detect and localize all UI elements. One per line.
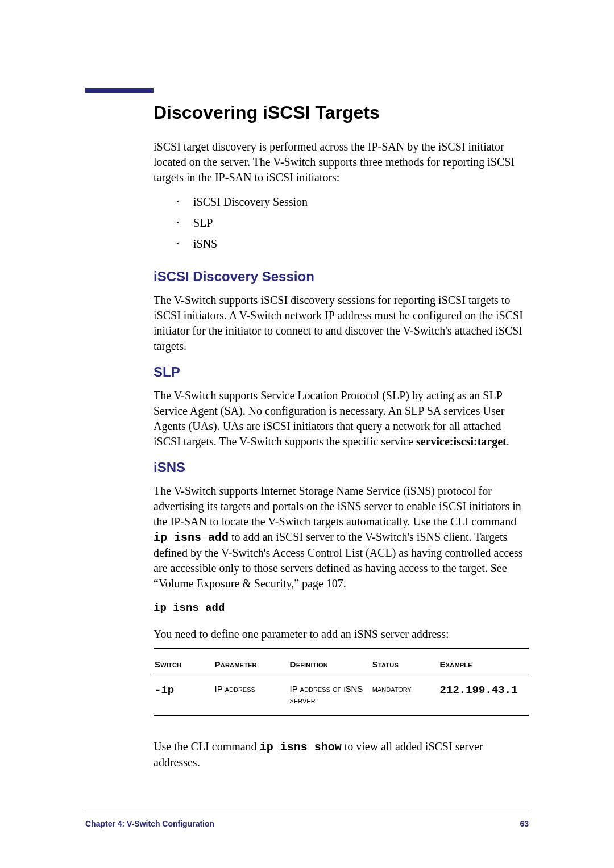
section-heading-isns: iSNS xyxy=(154,460,529,475)
cell-status: mandatory xyxy=(371,675,439,715)
bullet-icon: ▪ xyxy=(176,194,184,210)
list-item-label: iSCSI Discovery Session xyxy=(193,194,308,210)
content-column: Discovering iSCSI Targets iSCSI target d… xyxy=(154,102,529,770)
table-row: -ip IP address IP address of iSNS server… xyxy=(154,675,529,715)
page-footer: Chapter 4: V-Switch Configuration 63 xyxy=(85,813,529,828)
table-top-rule xyxy=(154,648,529,649)
col-switch: Switch xyxy=(154,654,214,675)
parameter-table: Switch Parameter Definition Status Examp… xyxy=(154,654,529,715)
cell-example: 212.199.43.1 xyxy=(439,675,529,715)
footer-chapter: Chapter 4: V-Switch Configuration xyxy=(85,819,214,828)
section-heading-discovery: iSCSI Discovery Session xyxy=(154,269,529,285)
isns-outro-code: ip isns show xyxy=(260,741,342,754)
page-title: Discovering iSCSI Targets xyxy=(154,102,529,123)
table-bottom-rule xyxy=(154,715,529,716)
section-heading-slp: SLP xyxy=(154,364,529,380)
page-container: Discovering iSCSI Targets iSCSI target d… xyxy=(0,0,614,868)
list-item: ▪ SLP xyxy=(176,215,529,231)
col-definition: Definition xyxy=(289,654,371,675)
param-intro: You need to define one parameter to add … xyxy=(154,627,529,642)
list-item: ▪ iSNS xyxy=(176,236,529,252)
bullet-icon: ▪ xyxy=(176,236,184,252)
bullet-icon: ▪ xyxy=(176,215,184,231)
cell-definition: IP address of iSNS server xyxy=(289,675,371,715)
col-parameter: Parameter xyxy=(214,654,289,675)
cell-switch: -ip xyxy=(154,675,214,715)
list-item-label: iSNS xyxy=(193,236,217,252)
discovery-body: The V-Switch supports iSCSI discovery se… xyxy=(154,293,529,354)
col-example: Example xyxy=(439,654,529,675)
col-status: Status xyxy=(371,654,439,675)
list-item: ▪ iSCSI Discovery Session xyxy=(176,194,529,210)
command-title: ip isns add xyxy=(154,602,529,614)
footer-page-number: 63 xyxy=(520,819,529,828)
isns-body: The V-Switch supports Internet Storage N… xyxy=(154,483,529,591)
table-header-row: Switch Parameter Definition Status Examp… xyxy=(154,654,529,675)
list-item-label: SLP xyxy=(193,215,213,231)
intro-paragraph: iSCSI target discovery is performed acro… xyxy=(154,139,529,185)
cell-parameter: IP address xyxy=(214,675,289,715)
isns-outro: Use the CLI command ip isns show to view… xyxy=(154,739,529,770)
methods-list: ▪ iSCSI Discovery Session ▪ SLP ▪ iSNS xyxy=(176,194,529,252)
slp-body-post: . xyxy=(507,435,509,448)
isns-body-code: ip isns add xyxy=(154,531,229,544)
isns-body-pre: The V-Switch supports Internet Storage N… xyxy=(154,485,521,528)
slp-body: The V-Switch supports Service Location P… xyxy=(154,388,529,449)
slp-body-bold: service:iscsi:target xyxy=(416,435,507,448)
isns-outro-pre: Use the CLI command xyxy=(154,740,260,753)
